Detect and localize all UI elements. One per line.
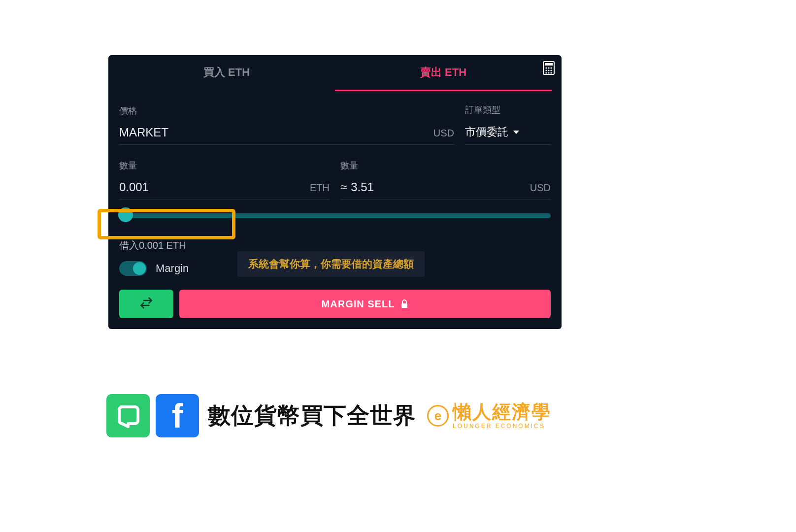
svg-point-10	[550, 72, 552, 73]
footer-title: 數位貨幣買下全世界	[208, 400, 416, 431]
action-row: MARGIN SELL	[108, 290, 562, 318]
sell-button-label: MARGIN SELL	[322, 299, 395, 310]
qty-fiat-unit: USD	[530, 182, 551, 194]
margin-sell-button[interactable]: MARGIN SELL	[179, 290, 551, 318]
svg-point-7	[550, 69, 552, 71]
brand-logo-icon	[106, 394, 150, 437]
price-row: 價格 MARKET USD 訂單類型 市價委託	[108, 104, 562, 145]
qty-crypto-field[interactable]: 0.001 ETH	[119, 176, 330, 200]
lounger-en: LOUNGER ECONOMICS	[453, 423, 551, 429]
order-type-select[interactable]: 市價委託	[465, 121, 551, 145]
svg-point-9	[548, 72, 549, 73]
price-unit: USD	[433, 128, 454, 139]
svg-rect-11	[401, 303, 407, 308]
tabs: 買入 ETH 賣出 ETH	[108, 55, 562, 91]
lounger-cn: 懶人經濟學	[453, 402, 551, 421]
qty-fiat-value: 3.51	[351, 180, 374, 194]
svg-point-4	[550, 67, 552, 68]
svg-point-2	[545, 67, 547, 68]
margin-label: Margin	[156, 262, 189, 275]
svg-rect-1	[545, 63, 553, 66]
approx-symbol: ≈	[340, 180, 347, 194]
order-type-label: 訂單類型	[465, 104, 551, 116]
chevron-down-icon	[513, 131, 519, 134]
borrow-text: 借入0.001 ETH	[119, 239, 551, 252]
lounger-logo: e 懶人經濟學 LOUNGER ECONOMICS	[427, 402, 551, 429]
qty-fiat-label: 數量	[340, 160, 551, 171]
trade-panel: 買入 ETH 賣出 ETH 價格 MARKET USD 訂單類型 市價委託 數量…	[108, 55, 562, 329]
tab-buy[interactable]: 買入 ETH	[118, 55, 335, 91]
lock-icon	[400, 299, 408, 308]
qty-crypto-unit: ETH	[310, 182, 330, 194]
svg-point-6	[548, 69, 549, 71]
svg-point-8	[545, 72, 547, 73]
quantity-row: 數量 0.001 ETH 數量 ≈3.51 USD	[108, 160, 562, 200]
svg-point-5	[545, 69, 547, 71]
amount-slider[interactable]	[119, 208, 551, 222]
margin-row: Margin 系統會幫你算，你需要借的資產總額	[119, 261, 551, 276]
annotation-tooltip: 系統會幫你算，你需要借的資產總額	[237, 251, 425, 277]
svg-point-3	[548, 67, 549, 68]
qty-fiat-field[interactable]: ≈3.51 USD	[340, 176, 551, 200]
slider-track	[119, 213, 551, 218]
lounger-badge-icon: e	[427, 405, 449, 427]
price-value: MARKET	[119, 126, 168, 139]
swap-icon	[139, 296, 154, 312]
swap-button[interactable]	[119, 290, 173, 318]
facebook-icon: f	[156, 394, 199, 437]
qty-crypto-value: 0.001	[119, 180, 149, 194]
tab-sell[interactable]: 賣出 ETH	[335, 55, 552, 91]
price-field[interactable]: MARKET USD	[119, 122, 454, 145]
toggle-knob	[133, 262, 146, 275]
calculator-icon[interactable]	[543, 61, 555, 75]
margin-toggle[interactable]	[119, 261, 147, 276]
qty-crypto-label: 數量	[119, 160, 330, 171]
footer: f 數位貨幣買下全世界 e 懶人經濟學 LOUNGER ECONOMICS	[106, 394, 551, 437]
slider-thumb[interactable]	[118, 207, 133, 222]
price-label: 價格	[119, 105, 454, 117]
order-type-value: 市價委託	[465, 125, 508, 139]
